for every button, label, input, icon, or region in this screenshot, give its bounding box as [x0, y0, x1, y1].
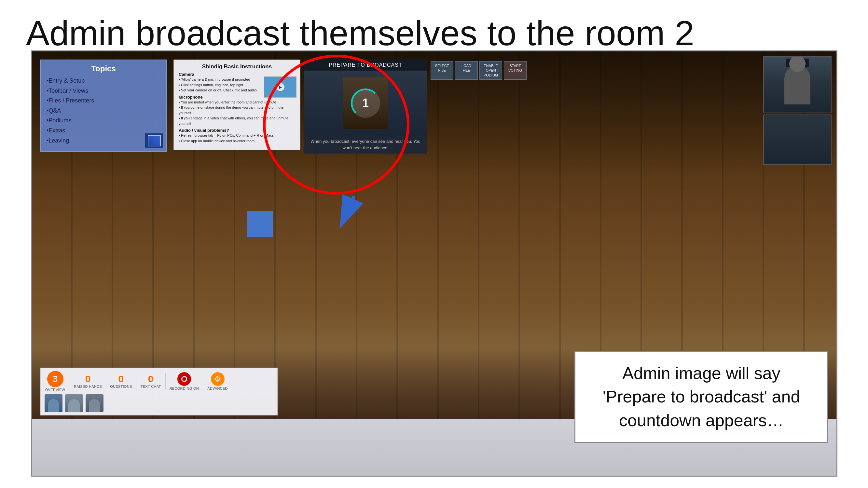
toolbar-divider-5	[203, 373, 203, 389]
recording-label: RECORDING ON	[169, 387, 199, 390]
admin-person-2	[764, 115, 831, 164]
avatar-silhouette-1	[48, 399, 59, 412]
gear-icon: ⚙	[211, 372, 224, 386]
admin-video-panel: Admin	[763, 56, 832, 165]
instructions-panel: Shindig Basic Instructions ▶ Camera • 'A…	[174, 60, 301, 150]
toolbar-advanced[interactable]: ⚙ ADVANCED	[207, 372, 228, 390]
text-chat-number: 0	[148, 374, 154, 384]
play-button[interactable]: ▶	[276, 83, 284, 91]
info-box-text: Admin image will say 'Prepare to broadca…	[588, 361, 814, 432]
camera-title: Camera	[179, 72, 295, 77]
broadcast-panel: PREPARE TO BROADCAST 1 When you broadcas…	[304, 60, 427, 154]
avatar-1[interactable]	[44, 394, 62, 412]
overview-label: OVERVIEW	[45, 388, 65, 392]
avatar-silhouette-2	[68, 399, 80, 412]
topics-panel: Topics •Entry & Setup •Toolbar / Views •…	[40, 60, 167, 152]
topic-item-5: •Podiums	[46, 116, 160, 126]
topics-logo	[145, 133, 163, 148]
start-voting-button[interactable]: STARTVOTING	[504, 61, 527, 80]
topics-title: Topics	[46, 64, 160, 73]
topic-item-2: •Toolbar / Views	[46, 86, 160, 96]
audio-section: Audio / visual problems? • Refresh brows…	[179, 128, 295, 143]
bottom-toolbar: 3 OVERVIEW 0 RAISED HANDS 0 QUESTIONS 0 …	[40, 368, 278, 416]
topic-item-6: •Extras	[46, 126, 160, 136]
admin-person-1	[764, 57, 831, 112]
enable-open-podium-button[interactable]: ENABLEOPENPODIUM	[479, 61, 502, 80]
advanced-label: ADVANCED	[207, 387, 228, 390]
avatar-3[interactable]	[86, 394, 103, 412]
toolbar-overview[interactable]: 3 OVERVIEW	[44, 371, 66, 392]
microphone-section: Microphone • You are muted when you ente…	[179, 95, 295, 127]
toolbar-raised-hands[interactable]: 0 RAISED HANDS	[74, 374, 102, 388]
avatar-2[interactable]	[65, 394, 83, 412]
select-file-button[interactable]: SELECTFILE	[431, 61, 453, 80]
toolbar-questions[interactable]: 0 QUESTIONS	[110, 374, 132, 388]
avatar-row	[44, 394, 273, 412]
broadcast-actions: SELECTFILE LOADFILE ENABLEOPENPODIUM STA…	[431, 61, 527, 80]
toolbar-divider-1	[70, 373, 70, 389]
toolbar-text-chat[interactable]: 0 TEXT CHAT	[140, 374, 161, 388]
topic-item-3: •Files / Presenters	[46, 96, 160, 106]
raised-hands-number: 0	[85, 374, 91, 384]
audio-text: • Refresh browser tab – F5 on PCs; Comma…	[179, 133, 295, 143]
broadcast-person: 1	[343, 77, 388, 129]
topics-list: •Entry & Setup •Toolbar / Views •Files /…	[46, 76, 160, 145]
load-file-button[interactable]: LOADFILE	[455, 61, 478, 80]
record-icon-inner	[181, 376, 187, 382]
topics-logo-inner	[148, 135, 161, 147]
topic-item-1: •Entry & Setup	[46, 76, 160, 86]
info-box: Admin image will say 'Prepare to broadca…	[575, 351, 828, 443]
topic-item-4: •Q&A	[46, 106, 160, 116]
toolbar-divider-3	[136, 373, 136, 389]
broadcast-title: PREPARE TO BROADCAST	[304, 60, 427, 71]
topic-item-7: •Leaving	[46, 136, 160, 146]
screenshot-container: Topics •Entry & Setup •Toolbar / Views •…	[31, 51, 837, 477]
countdown-circle: 1	[351, 89, 380, 118]
microphone-text: • You are muted when you enter the room …	[179, 100, 295, 127]
text-chat-label: TEXT CHAT	[141, 385, 161, 388]
audio-title: Audio / visual problems?	[179, 128, 295, 133]
questions-number: 0	[119, 374, 124, 384]
blue-square	[247, 211, 273, 237]
toolbar-divider-4	[165, 373, 166, 389]
questions-label: QUESTIONS	[110, 385, 132, 388]
broadcast-message: When you broadcast, everyone can see and…	[304, 136, 427, 154]
instructions-title: Shindig Basic Instructions	[179, 63, 295, 70]
record-icon	[177, 372, 191, 386]
overview-number: 3	[47, 371, 63, 387]
admin-video-top: Admin	[763, 56, 832, 113]
avatar-silhouette-3	[89, 399, 100, 412]
admin-video-bottom	[763, 115, 832, 165]
toolbar-icons: 3 OVERVIEW 0 RAISED HANDS 0 QUESTIONS 0 …	[44, 371, 273, 392]
raised-hands-label: RAISED HANDS	[74, 385, 102, 388]
video-thumbnail[interactable]: ▶	[264, 76, 297, 98]
toolbar-recording[interactable]: RECORDING ON	[169, 372, 199, 390]
admin-silhouette-1	[784, 65, 810, 104]
broadcast-video: 1	[304, 71, 427, 136]
toolbar-divider-2	[106, 373, 106, 389]
